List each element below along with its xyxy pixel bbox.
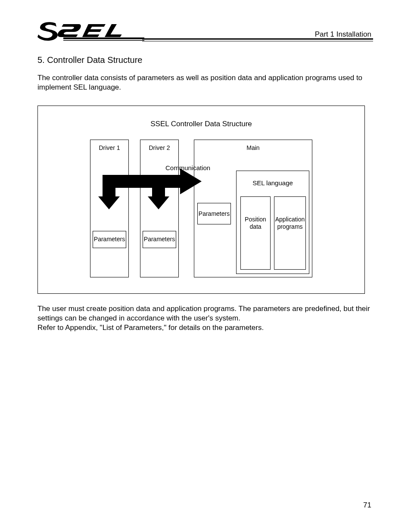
body-paragraph: The user must create position data and a… [37, 304, 371, 333]
driver1-box: Driver 1 [90, 140, 129, 277]
driver1-parameters-box: Parameters [93, 231, 126, 248]
page-number: 71 [363, 501, 371, 510]
ssel-logo [37, 22, 145, 41]
svg-rect-0 [63, 37, 144, 39]
driver1-parameters-label: Parameters [94, 236, 125, 243]
driver2-parameters-box: Parameters [143, 231, 176, 248]
application-programs-box: Application programs [274, 196, 306, 270]
driver1-label: Driver 1 [99, 144, 120, 151]
driver2-box: Driver 2 [140, 140, 179, 277]
figure-title: SSEL Controller Data Structure [38, 120, 364, 128]
header-rule-thin [142, 41, 373, 41]
position-data-label: Position data [241, 216, 270, 230]
main-label: Main [246, 144, 259, 151]
section-heading: 5. Controller Data Structure [37, 55, 142, 65]
position-data-box: Position data [240, 196, 271, 270]
driver2-parameters-label: Parameters [144, 236, 175, 243]
intro-paragraph: The controller data consists of paramete… [37, 73, 371, 92]
header-rule-thick [142, 38, 373, 40]
main-parameters-label: Parameters [199, 210, 230, 217]
svg-rect-1 [63, 40, 144, 41]
sel-language-label: SEL language [236, 179, 309, 187]
header-part: Part 1 Installation [315, 30, 371, 39]
driver2-label: Driver 2 [149, 144, 170, 151]
data-structure-figure: SSEL Controller Data Structure Driver 1 … [37, 106, 365, 294]
communication-label: Communication [165, 164, 210, 171]
application-programs-label: Application programs [274, 216, 305, 230]
main-parameters-box: Parameters [197, 203, 231, 224]
